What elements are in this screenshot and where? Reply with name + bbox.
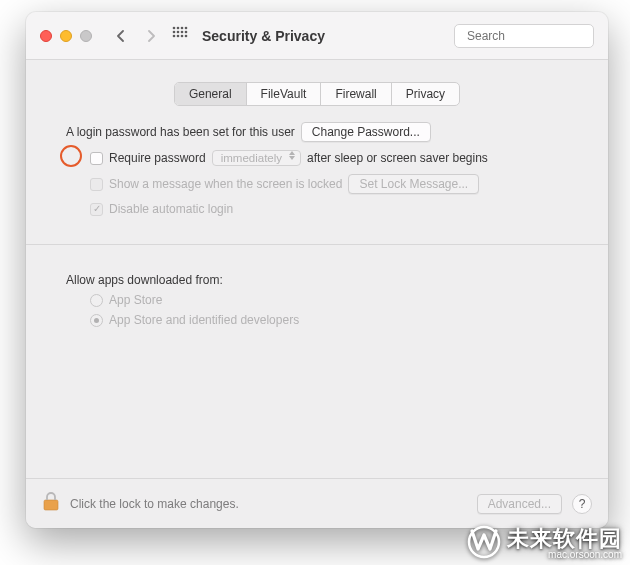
tab-bar: General FileVault Firewall Privacy bbox=[26, 82, 608, 106]
show-message-label: Show a message when the screen is locked bbox=[109, 177, 342, 191]
svg-point-7 bbox=[185, 30, 188, 33]
window-controls bbox=[40, 30, 92, 42]
allow-apps-option-identified: App Store and identified developers bbox=[66, 313, 568, 327]
back-button[interactable] bbox=[110, 25, 132, 47]
require-password-delay-select: immediately bbox=[212, 150, 301, 166]
disable-auto-login-label: Disable automatic login bbox=[109, 202, 233, 216]
help-button[interactable]: ? bbox=[572, 494, 592, 514]
svg-point-6 bbox=[181, 30, 184, 33]
content-area: A login password has been set for this u… bbox=[26, 122, 608, 478]
lock-icon[interactable] bbox=[42, 492, 60, 515]
require-password-label: Require password bbox=[109, 151, 206, 165]
require-password-suffix: after sleep or screen saver begins bbox=[307, 151, 488, 165]
tab-filevault[interactable]: FileVault bbox=[247, 83, 322, 105]
svg-point-11 bbox=[185, 34, 188, 37]
svg-point-1 bbox=[177, 26, 180, 29]
show-all-icon[interactable] bbox=[172, 26, 188, 46]
tab-general[interactable]: General bbox=[175, 83, 247, 105]
tab-privacy[interactable]: Privacy bbox=[392, 83, 459, 105]
login-password-row: A login password has been set for this u… bbox=[66, 122, 568, 142]
allow-apps-title: Allow apps downloaded from: bbox=[66, 273, 568, 287]
page-title: Security & Privacy bbox=[202, 28, 325, 44]
lock-text: Click the lock to make changes. bbox=[70, 497, 239, 511]
zoom-window-button bbox=[80, 30, 92, 42]
disable-auto-login-row: Disable automatic login bbox=[66, 202, 568, 216]
footer: Click the lock to make changes. Advanced… bbox=[26, 478, 608, 528]
highlight-circle-icon bbox=[60, 145, 82, 167]
svg-point-3 bbox=[185, 26, 188, 29]
disable-auto-login-checkbox bbox=[90, 203, 103, 216]
svg-point-5 bbox=[177, 30, 180, 33]
require-password-row: Require password immediately after sleep… bbox=[66, 150, 568, 166]
close-window-button[interactable] bbox=[40, 30, 52, 42]
svg-point-2 bbox=[181, 26, 184, 29]
svg-point-4 bbox=[173, 30, 176, 33]
require-password-checkbox[interactable] bbox=[90, 152, 103, 165]
radio-app-store-label: App Store bbox=[109, 293, 162, 307]
forward-button bbox=[140, 25, 162, 47]
radio-app-store bbox=[90, 294, 103, 307]
allow-apps-option-appstore: App Store bbox=[66, 293, 568, 307]
change-password-button[interactable]: Change Password... bbox=[301, 122, 431, 142]
svg-point-0 bbox=[173, 26, 176, 29]
show-message-row: Show a message when the screen is locked… bbox=[66, 174, 568, 194]
titlebar: Security & Privacy bbox=[26, 12, 608, 60]
search-input[interactable] bbox=[467, 29, 608, 43]
radio-identified-developers-label: App Store and identified developers bbox=[109, 313, 299, 327]
svg-point-10 bbox=[181, 34, 184, 37]
radio-identified-developers bbox=[90, 314, 103, 327]
watermark-logo-icon bbox=[467, 525, 501, 563]
svg-point-9 bbox=[177, 34, 180, 37]
advanced-button: Advanced... bbox=[477, 494, 562, 514]
watermark-sub: mac.orsoon.com bbox=[507, 550, 622, 560]
watermark: 未来软件园 mac.orsoon.com bbox=[467, 525, 622, 563]
search-field[interactable] bbox=[454, 24, 594, 48]
watermark-main: 未来软件园 bbox=[507, 528, 622, 550]
svg-point-8 bbox=[173, 34, 176, 37]
svg-rect-14 bbox=[44, 500, 58, 510]
svg-point-15 bbox=[469, 527, 499, 557]
tab-firewall[interactable]: Firewall bbox=[321, 83, 391, 105]
minimize-window-button[interactable] bbox=[60, 30, 72, 42]
divider bbox=[26, 244, 608, 245]
show-message-checkbox bbox=[90, 178, 103, 191]
set-lock-message-button: Set Lock Message... bbox=[348, 174, 479, 194]
preferences-window: Security & Privacy General FileVault Fir… bbox=[26, 12, 608, 528]
login-password-text: A login password has been set for this u… bbox=[66, 125, 295, 139]
